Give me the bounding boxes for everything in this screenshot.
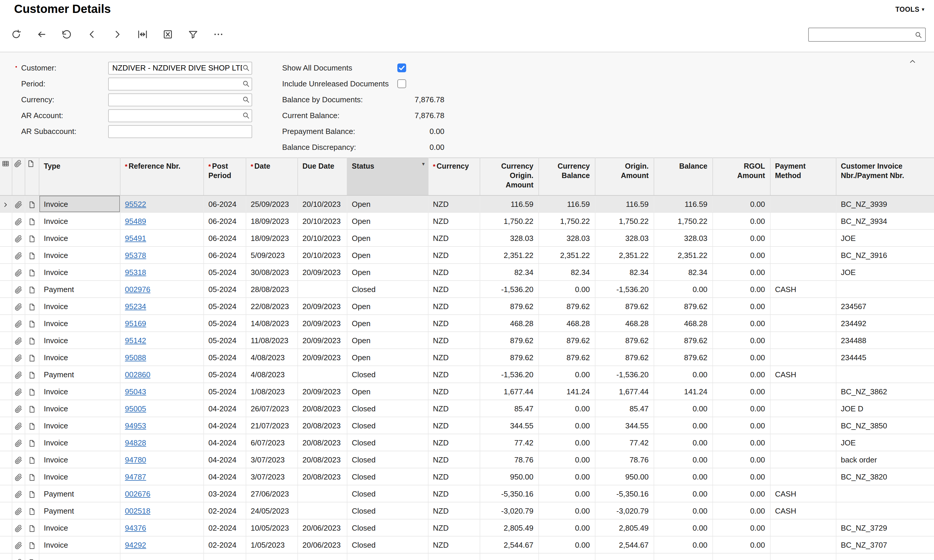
note-icon[interactable] — [28, 490, 35, 498]
cell-currency[interactable]: NZD — [428, 366, 480, 383]
cell-post_period[interactable]: 02-2024 — [203, 519, 246, 536]
cell-rgol_amount[interactable]: 0.00 — [712, 417, 770, 434]
cell-currency[interactable]: NZD — [428, 195, 480, 212]
cell-currency_balance[interactable] — [539, 553, 595, 560]
cell-currency_orig_amount[interactable]: 82.34 — [480, 263, 539, 281]
note-icon[interactable] — [28, 218, 35, 225]
paperclip-icon[interactable] — [14, 235, 22, 242]
cell-post_period[interactable]: 05-2024 — [203, 349, 246, 366]
cell-customer_invoice_nbr[interactable] — [836, 485, 934, 502]
cell-reference_nbr[interactable]: 95088 — [120, 349, 203, 366]
col-header-status[interactable]: Status▾ — [347, 158, 428, 195]
cell-type[interactable]: Invoice — [39, 383, 120, 400]
cell-status[interactable]: Closed — [347, 519, 428, 536]
reference-link[interactable]: 002860 — [125, 370, 151, 379]
cell-post_period[interactable]: 04-2024 — [203, 400, 246, 417]
notes-cell[interactable] — [25, 366, 39, 383]
cell-currency_balance[interactable]: 116.59 — [539, 195, 595, 212]
cell-currency_balance[interactable]: 879.62 — [539, 349, 595, 366]
cell-reference_nbr[interactable]: 95043 — [120, 383, 203, 400]
cell-payment_method[interactable] — [770, 263, 836, 281]
note-icon[interactable] — [28, 235, 35, 242]
reference-link[interactable]: 95088 — [125, 353, 146, 362]
cell-orig_amount[interactable]: -1,536.20 — [595, 281, 654, 298]
cell-post_period[interactable]: 02-2024 — [203, 536, 246, 553]
cell-rgol_amount[interactable]: 0.00 — [712, 502, 770, 519]
cell-post_period[interactable]: 03-2024 — [203, 485, 246, 502]
cell-currency[interactable]: NZD — [428, 246, 480, 263]
note-icon[interactable] — [28, 422, 35, 430]
cell-reference_nbr[interactable]: 94787 — [120, 468, 203, 485]
cell-customer_invoice_nbr[interactable]: 234567 — [836, 298, 934, 315]
cell-currency_orig_amount[interactable]: 879.62 — [480, 332, 539, 349]
cell-customer_invoice_nbr[interactable]: 234488 — [836, 332, 934, 349]
row-selector-cell[interactable] — [0, 298, 12, 315]
notes-cell[interactable] — [25, 485, 39, 502]
cell-post_period[interactable]: 05-2024 — [203, 263, 246, 281]
attachments-cell[interactable] — [12, 417, 25, 434]
cell-orig_amount[interactable]: 879.62 — [595, 332, 654, 349]
cell-post_period[interactable]: 02-2024 — [203, 502, 246, 519]
cell-reference_nbr[interactable]: 95378 — [120, 246, 203, 263]
magnifier-icon[interactable] — [242, 96, 250, 103]
cell-status[interactable]: Open — [347, 263, 428, 281]
cell-currency_balance[interactable]: 0.00 — [539, 400, 595, 417]
cell-date[interactable]: 4/08/2023 — [246, 366, 297, 383]
cell-date[interactable]: 22/08/2023 — [246, 298, 297, 315]
attachments-cell[interactable] — [12, 315, 25, 332]
note-icon[interactable] — [28, 371, 35, 379]
cell-balance[interactable]: 0.00 — [654, 468, 712, 485]
cell-status[interactable]: Open — [347, 229, 428, 246]
cell-rgol_amount[interactable]: 0.00 — [712, 281, 770, 298]
cell-currency_orig_amount[interactable]: 950.00 — [480, 468, 539, 485]
note-icon[interactable] — [28, 456, 35, 464]
cell-currency[interactable]: NZD — [428, 434, 480, 451]
cell-due_date[interactable]: 20/09/2023 — [297, 383, 347, 400]
include-unreleased-documents-checkbox[interactable] — [397, 79, 406, 88]
paperclip-icon[interactable] — [14, 456, 22, 464]
cell-balance[interactable]: 0.00 — [654, 434, 712, 451]
cell-status[interactable] — [347, 553, 428, 560]
row-selector-cell[interactable] — [0, 536, 12, 553]
filter-button[interactable] — [185, 26, 200, 42]
cell-orig_amount[interactable]: 1,677.44 — [595, 383, 654, 400]
row-selector-cell[interactable] — [0, 553, 12, 560]
customer-input[interactable] — [112, 63, 242, 72]
cell-payment_method[interactable]: CASH — [770, 366, 836, 383]
cell-post_period[interactable]: 05-2024 — [203, 315, 246, 332]
cell-rgol_amount[interactable]: 0.00 — [712, 383, 770, 400]
cell-orig_amount[interactable]: 2,351.22 — [595, 246, 654, 263]
cell-type[interactable]: Invoice — [39, 212, 120, 229]
row-selector-cell[interactable] — [0, 451, 12, 468]
cell-payment_method[interactable] — [770, 298, 836, 315]
cell-currency[interactable]: NZD — [428, 451, 480, 468]
cell-currency[interactable]: NZD — [428, 315, 480, 332]
cell-post_period[interactable]: 04-2024 — [203, 451, 246, 468]
cell-balance[interactable]: 0.00 — [654, 366, 712, 383]
notes-cell[interactable] — [25, 263, 39, 281]
cell-balance[interactable]: 1,750.22 — [654, 212, 712, 229]
cell-currency_orig_amount[interactable]: -3,020.79 — [480, 502, 539, 519]
cell-status[interactable]: Closed — [347, 281, 428, 298]
cell-currency_orig_amount[interactable]: 77.42 — [480, 434, 539, 451]
attachments-cell[interactable] — [12, 229, 25, 246]
cell-currency_orig_amount[interactable]: 78.76 — [480, 451, 539, 468]
cell-date[interactable]: 28/08/2023 — [246, 281, 297, 298]
paperclip-icon[interactable] — [14, 473, 22, 481]
note-icon[interactable] — [28, 388, 35, 396]
cell-rgol_amount[interactable]: 0.00 — [712, 485, 770, 502]
cell-due_date[interactable] — [297, 281, 347, 298]
cell-customer_invoice_nbr[interactable] — [836, 281, 934, 298]
col-header-date[interactable]: *Date — [246, 158, 297, 195]
cell-reference_nbr[interactable]: 94780 — [120, 451, 203, 468]
notes-cell[interactable] — [25, 502, 39, 519]
cell-currency_orig_amount[interactable]: 344.55 — [480, 417, 539, 434]
cell-payment_method[interactable]: CASH — [770, 281, 836, 298]
cell-currency_orig_amount[interactable]: -5,350.16 — [480, 485, 539, 502]
paperclip-icon[interactable] — [14, 388, 22, 396]
cell-customer_invoice_nbr[interactable]: BC_NZ_3916 — [836, 246, 934, 263]
cell-status[interactable]: Closed — [347, 502, 428, 519]
cell-orig_amount[interactable]: 344.55 — [595, 417, 654, 434]
paperclip-icon[interactable] — [14, 252, 22, 259]
cell-rgol_amount[interactable]: 0.00 — [712, 349, 770, 366]
